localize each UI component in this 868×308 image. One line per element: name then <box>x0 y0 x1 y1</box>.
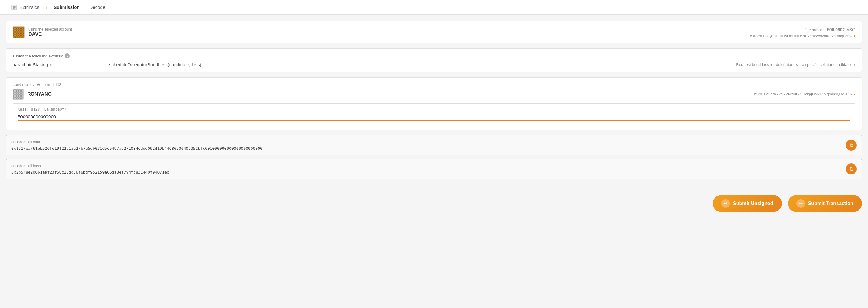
extrinsic-header: submit the following extrinsic ? <box>12 54 856 58</box>
account-info: using the selected account DAVE <box>28 27 72 37</box>
submit-unsigned-icon: ↩ <box>721 199 730 208</box>
top-navigation: Extrinsics › Submission Decode <box>0 0 868 15</box>
pallet-name: parachainStaking <box>12 62 48 67</box>
encoded-call-data-content: encoded call data 0x1517ea761eb526fe19f2… <box>11 140 841 151</box>
balance-decimal: .0902 <box>834 27 845 32</box>
balance-label: free balance <box>804 28 825 32</box>
candidate-avatar <box>12 89 24 100</box>
copy-icon: ⧉ <box>850 143 853 148</box>
balance-unit: ASG <box>846 27 856 32</box>
submit-transaction-label: Submit Transaction <box>808 201 853 206</box>
copy-hash-icon: ⧉ <box>850 166 853 172</box>
candidate-section: candidate: AccountId32 RONYANG h2Nr1BdTa… <box>6 77 862 130</box>
nav-label-submission: Submission <box>54 5 80 10</box>
avatar-inner <box>13 27 24 38</box>
encoded-call-hash-content: encoded call hash 0x2b548e2d061abf23f58c… <box>11 164 841 175</box>
extrinsic-section: submit the following extrinsic ? paracha… <box>6 48 862 72</box>
account-dropdown-arrow[interactable]: ▾ <box>854 34 856 38</box>
extrinsic-call: scheduleDelegatorBondLess(candidate, les… <box>109 62 356 67</box>
encoded-call-data-value: 0x1517ea761eb526fe19f22c15a27b7a5db031d5… <box>11 146 841 151</box>
candidate-name: RONYANG <box>27 91 52 97</box>
extrinsic-description: Request bond less for delegators wrt a s… <box>361 62 852 67</box>
candidate-dropdown-arrow[interactable]: ▾ <box>854 92 856 96</box>
pallet-dropdown-arrow[interactable]: ▾ <box>50 63 52 67</box>
account-name: DAVE <box>28 31 72 37</box>
nav-separator: › <box>44 3 49 11</box>
encoded-call-data-label: encoded call data <box>11 140 841 144</box>
nav-label-extrinsics: Extrinsics <box>20 5 39 10</box>
encoded-call-hash-value: 0x2b548e2d061abf23f58c18dd76f6bdf952159a… <box>11 170 841 175</box>
account-address: cpRV9EbeoyqAfTTu1yumUPtg6NH7ehWwn2mNsViE… <box>750 34 856 38</box>
submit-transaction-button[interactable]: ↩ Submit Transaction <box>788 195 862 212</box>
account-left: using the selected account DAVE <box>12 26 72 38</box>
candidate-type-label: candidate: AccountId32 <box>12 83 856 87</box>
nav-item-submission[interactable]: Submission <box>49 0 85 14</box>
candidate-left: RONYANG <box>12 89 52 100</box>
copy-call-hash-button[interactable]: ⧉ <box>846 163 857 175</box>
nav-item-decode[interactable]: Decode <box>85 0 110 14</box>
less-field-section: less: u128 (BalanceOf) <box>12 103 856 125</box>
extrinsic-row: parachainStaking ▾ scheduleDelegatorBond… <box>12 62 856 67</box>
candidate-row: RONYANG h2Nr1BdTackY2g65dVzyrfYtJCoiqqCb… <box>12 89 856 100</box>
account-right: free balance 500.0902 ASG cpRV9EbeoyqAfT… <box>750 26 856 38</box>
balance-value: 500.0902 ASG <box>827 26 856 33</box>
help-icon[interactable]: ? <box>65 54 70 58</box>
extrinsics-icon <box>11 4 17 10</box>
extrinsic-header-label: submit the following extrinsic <box>12 54 63 58</box>
account-section: using the selected account DAVE free bal… <box>6 21 862 43</box>
submit-transaction-icon: ↩ <box>797 199 805 208</box>
candidate-address: h2Nr1BdTackY2g65dVzyrfYtJCoiqqCbA1AMgmm9… <box>754 92 856 96</box>
encoded-call-hash-label: encoded call hash <box>11 164 841 168</box>
bottom-bar: ↩ Submit Unsigned ↩ Submit Transaction <box>0 189 868 218</box>
submit-unsigned-button[interactable]: ↩ Submit Unsigned <box>713 195 782 212</box>
copy-call-data-button[interactable]: ⧉ <box>846 140 857 151</box>
encoded-call-data-section: encoded call data 0x1517ea761eb526fe19f2… <box>6 135 862 155</box>
extrinsic-dropdown-arrow[interactable]: ▾ <box>854 63 856 67</box>
account-avatar <box>12 26 25 38</box>
nav-item-extrinsics[interactable]: Extrinsics <box>6 0 44 14</box>
encoded-call-hash-section: encoded call hash 0x2b548e2d061abf23f58c… <box>6 159 862 179</box>
less-type-label: less: u128 (BalanceOf) <box>18 107 850 112</box>
main-content: using the selected account DAVE free bal… <box>0 15 868 189</box>
nav-label-decode: Decode <box>90 5 105 10</box>
submit-unsigned-label: Submit Unsigned <box>733 201 773 206</box>
account-label: using the selected account <box>28 27 72 31</box>
less-input[interactable] <box>18 114 850 121</box>
extrinsic-pallet-selector[interactable]: parachainStaking ▾ <box>12 62 104 67</box>
